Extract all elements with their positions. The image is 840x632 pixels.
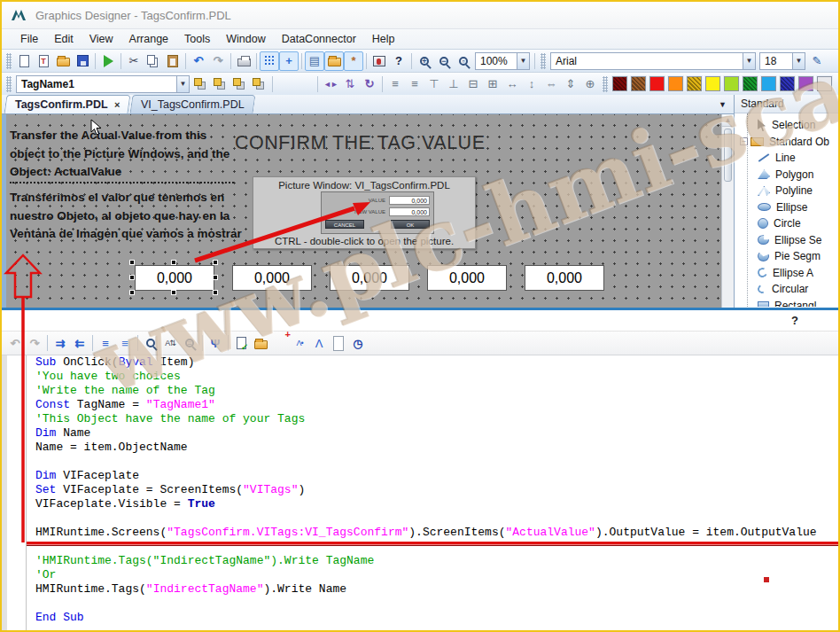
io-field-4[interactable]: 0,000 xyxy=(525,265,604,291)
tag-name-combo[interactable]: TagName1▼ xyxy=(16,75,190,93)
color-swatch-8[interactable] xyxy=(761,76,776,91)
canvas-heading[interactable]: CONFIRM THE TAG VALUE xyxy=(235,132,485,154)
menu-edit[interactable]: Edit xyxy=(46,30,82,48)
menu-file[interactable]: File xyxy=(12,30,46,48)
color-swatch-9[interactable] xyxy=(780,76,795,91)
io-field-2[interactable]: 0,000 xyxy=(330,265,409,291)
color-swatch-4[interactable] xyxy=(687,76,702,91)
expander-icon[interactable]: − xyxy=(740,137,748,145)
menu-window[interactable]: Window xyxy=(218,30,273,48)
print-icon[interactable] xyxy=(234,51,253,71)
color-swatch-1[interactable] xyxy=(631,76,646,91)
find-next-icon[interactable]: ≡ xyxy=(180,333,199,353)
tree-item-ellipse-se[interactable]: Ellipse Se xyxy=(735,232,838,249)
font-size-combo[interactable]: 18▼ xyxy=(759,52,805,70)
code-template-icon[interactable]: Λ xyxy=(309,333,329,353)
scroll-up-icon[interactable]: ▲ xyxy=(722,114,734,127)
mirror-horizontal-icon[interactable]: ◄► xyxy=(321,74,340,94)
selection-handle[interactable] xyxy=(129,290,135,295)
drawing-canvas[interactable]: Transfer the Actual Value from this obje… xyxy=(2,114,721,308)
selection-handle[interactable] xyxy=(171,260,176,265)
canvas-note-english[interactable]: Transfer the Actual Value from this obje… xyxy=(10,127,233,182)
replace-icon[interactable]: A⇅ xyxy=(160,333,180,353)
pen-icon[interactable]: ✎ xyxy=(807,51,827,71)
new-from-template-icon[interactable]: T xyxy=(34,51,53,71)
tree-item-ellipse[interactable]: Ellipse xyxy=(735,199,838,216)
intellisense-icon[interactable]: Λ• xyxy=(290,333,309,353)
io-field-3[interactable]: 0,000 xyxy=(427,265,507,291)
align-top-icon[interactable]: ⊤ xyxy=(424,74,444,94)
save-action-icon[interactable] xyxy=(270,333,290,353)
undo-icon[interactable]: ↶ xyxy=(189,51,208,71)
cut-icon[interactable]: ✂ xyxy=(124,51,144,71)
grid-icon[interactable] xyxy=(260,51,279,71)
zoom-out-icon[interactable]: − xyxy=(434,51,454,71)
color-swatch-11[interactable] xyxy=(817,76,832,91)
undo-icon[interactable]: ↶ xyxy=(5,333,25,353)
canvas-note-spanish[interactable]: Transferimos el valor que tenemos en nue… xyxy=(10,189,242,244)
tree-item-polygon[interactable]: Polygon xyxy=(735,167,838,183)
redo-icon[interactable]: ↷ xyxy=(208,51,228,71)
menu-dataconnector[interactable]: DataConnector xyxy=(274,30,364,48)
pipette-inactive-icon[interactable] xyxy=(295,74,315,94)
close-icon[interactable]: × xyxy=(114,99,120,110)
distribute-horizontal-icon[interactable]: ↔ xyxy=(502,74,522,94)
chevron-down-icon[interactable]: ▼ xyxy=(792,53,805,69)
syntax-check-icon[interactable]: Ψ xyxy=(206,333,225,353)
scrollbar-thumb[interactable] xyxy=(724,129,732,182)
io-field-1[interactable]: 0,000 xyxy=(232,265,312,291)
toolbar-grip[interactable] xyxy=(603,76,608,92)
same-width-icon[interactable]: ⇔ xyxy=(541,74,561,94)
tree-item-circular[interactable]: Circular xyxy=(735,281,838,298)
rotate-icon[interactable]: ↻ xyxy=(360,74,379,94)
uncomment-icon[interactable]: ≡ xyxy=(115,333,135,353)
pipette-icon[interactable] xyxy=(276,74,295,94)
menu-help[interactable]: Help xyxy=(364,30,403,48)
selection-handle[interactable] xyxy=(129,275,135,280)
color-swatch-0[interactable] xyxy=(612,76,627,91)
color-swatch-5[interactable] xyxy=(705,76,720,91)
open-icon[interactable] xyxy=(53,51,73,71)
help-select-icon[interactable]: ? xyxy=(389,51,408,71)
comment-icon[interactable]: ≡ xyxy=(96,333,115,353)
toolbar-grip[interactable] xyxy=(6,76,12,92)
color-swatch-2[interactable] xyxy=(649,76,665,91)
color-swatch-6[interactable] xyxy=(724,76,739,91)
color-swatch-7[interactable] xyxy=(743,76,758,91)
selection-handle[interactable] xyxy=(129,260,135,265)
trigger-timer-icon[interactable]: ◷ xyxy=(348,333,368,353)
tree-item-polyline[interactable]: Polyline xyxy=(735,183,838,199)
selection-handle[interactable] xyxy=(213,260,218,265)
picture-window-object[interactable]: Picture Window: VI_TagsConfirm.PDL VALUE… xyxy=(253,176,476,249)
zoom-in-icon[interactable]: + xyxy=(415,51,434,71)
bring-forward-icon[interactable] xyxy=(230,74,250,94)
align-right-icon[interactable]: ≡ xyxy=(405,74,424,94)
tree-item-line[interactable]: Line xyxy=(735,150,838,167)
zoom-combo[interactable]: 100%▼ xyxy=(475,52,530,70)
new-icon[interactable] xyxy=(14,51,34,71)
selection-handle[interactable] xyxy=(171,290,176,295)
menu-arrange[interactable]: Arrange xyxy=(121,30,176,48)
folder-open-icon[interactable] xyxy=(324,51,344,71)
search-input[interactable] xyxy=(329,333,348,353)
mirror-vertical-icon[interactable]: ⇅ xyxy=(340,74,360,94)
save-icon[interactable] xyxy=(73,51,92,71)
tree-item-pie-segm[interactable]: Pie Segm xyxy=(735,248,838,265)
center-vertical-icon[interactable]: ⊞ xyxy=(483,74,502,94)
tree-item-standard-ob[interactable]: −Standard Ob xyxy=(735,134,838,151)
find-icon[interactable] xyxy=(141,333,160,353)
canvas-vertical-scrollbar[interactable]: ▲ xyxy=(721,114,734,308)
chevron-down-icon[interactable]: ▼ xyxy=(743,53,755,69)
chevron-down-icon[interactable]: ▼ xyxy=(517,53,529,69)
check-script-icon[interactable] xyxy=(231,333,251,353)
send-to-back-icon[interactable] xyxy=(211,74,230,94)
dynamic-wizard-icon[interactable] xyxy=(369,51,389,71)
outdent-icon[interactable]: ⇇ xyxy=(70,333,89,353)
center-horizontal-icon[interactable]: ⊟ xyxy=(463,74,483,94)
zoom-area-icon[interactable]: ▫ xyxy=(454,51,473,71)
tab-vi_tagsconfirm-pdl[interactable]: VI_TagsConfirm.PDL xyxy=(130,95,256,113)
send-backward-icon[interactable] xyxy=(250,74,269,94)
tree-item-selection[interactable]: Selection xyxy=(735,117,838,134)
same-size-icon[interactable]: ⊕ xyxy=(580,74,600,94)
toolbar-grip[interactable] xyxy=(6,53,12,69)
